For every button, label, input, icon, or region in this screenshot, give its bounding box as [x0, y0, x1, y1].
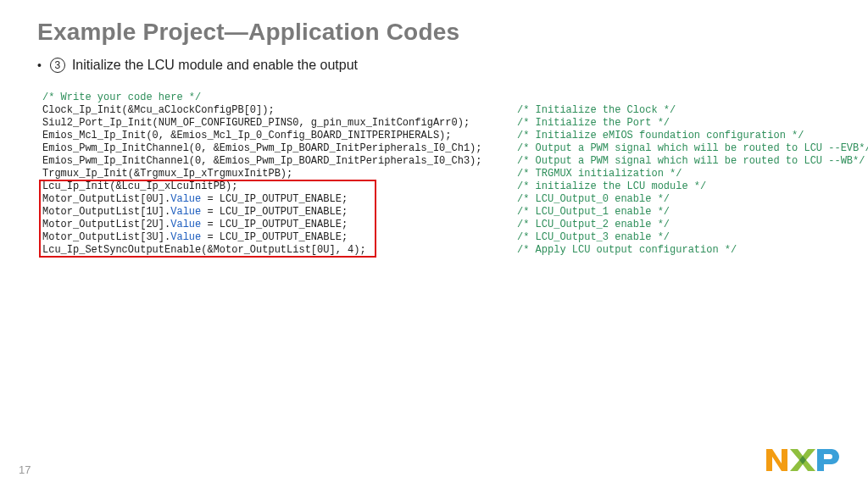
code-line: Motor_OutputList[0U].Value = LCU_IP_OUTP…	[42, 193, 831, 206]
code-text: Emios_Mcl_Ip_Init(0, &Emios_Mcl_Ip_0_Con…	[42, 130, 517, 142]
code-block: /* Write your code here */Clock_Ip_Init(…	[42, 92, 831, 257]
code-line: Lcu_Ip_Init(&Lcu_Ip_xLcuInitPB);/* initi…	[42, 180, 831, 193]
code-text: Lcu_Ip_Init(&Lcu_Ip_xLcuInitPB);	[42, 180, 517, 193]
code-text: Motor_OutputList[3U].Value = LCU_IP_OUTP…	[42, 231, 517, 244]
code-comment: /* Initialize the Clock */	[517, 104, 676, 117]
code-comment: /* LCU_Output_2 enable */	[517, 219, 670, 231]
code-comment: /* TRGMUX initialization */	[517, 168, 682, 180]
bullet-dot-icon: •	[37, 58, 42, 72]
step-text: Initialize the LCU module and enable the…	[72, 58, 358, 73]
code-text: Emios_Pwm_Ip_InitChannel(0, &Emios_Pwm_I…	[42, 142, 517, 155]
step-bullet: • 3 Initialize the LCU module and enable…	[37, 58, 831, 73]
code-line: Emios_Pwm_Ip_InitChannel(0, &Emios_Pwm_I…	[42, 155, 831, 168]
code-text: Motor_OutputList[2U].Value = LCU_IP_OUTP…	[42, 219, 517, 231]
code-line: Motor_OutputList[2U].Value = LCU_IP_OUTP…	[42, 219, 831, 231]
code-line: Clock_Ip_Init(&Mcu_aClockConfigPB[0]);/*…	[42, 104, 831, 117]
code-text: Emios_Pwm_Ip_InitChannel(0, &Emios_Pwm_I…	[42, 155, 517, 168]
code-text: Siul2_Port_Ip_Init(NUM_OF_CONFIGURED_PIN…	[42, 117, 517, 130]
code-comment: /* Initialize the Port */	[517, 117, 670, 130]
code-line: Trgmux_Ip_Init(&Trgmux_Ip_xTrgmuxInitPB)…	[42, 168, 831, 180]
code-line: Motor_OutputList[3U].Value = LCU_IP_OUTP…	[42, 231, 831, 244]
code-comment: /* Output a PWM signal which will be rou…	[517, 142, 868, 155]
code-line: Emios_Mcl_Ip_Init(0, &Emios_Mcl_Ip_0_Con…	[42, 130, 831, 142]
code-line: Emios_Pwm_Ip_InitChannel(0, &Emios_Pwm_I…	[42, 142, 831, 155]
code-line: Motor_OutputList[1U].Value = LCU_IP_OUTP…	[42, 206, 831, 219]
code-text: Lcu_Ip_SetSyncOutputEnable(&Motor_Output…	[42, 244, 517, 257]
code-comment: /* Initialize eMIOS foundation configura…	[517, 130, 804, 142]
step-number-icon: 3	[50, 58, 65, 73]
svg-marker-0	[766, 449, 787, 471]
code-comment: /* LCU_Output_0 enable */	[517, 193, 670, 206]
code-comment: /* initialize the LCU module */	[517, 180, 706, 193]
nxp-logo-icon	[766, 447, 839, 476]
code-line: Lcu_Ip_SetSyncOutputEnable(&Motor_Output…	[42, 244, 831, 257]
code-comment: /* LCU_Output_1 enable */	[517, 206, 670, 219]
code-line: Siul2_Port_Ip_Init(NUM_OF_CONFIGURED_PIN…	[42, 117, 831, 130]
code-text: Clock_Ip_Init(&Mcu_aClockConfigPB[0]);	[42, 104, 517, 117]
code-text: Trgmux_Ip_Init(&Trgmux_Ip_xTrgmuxInitPB)…	[42, 168, 517, 180]
slide: Example Project—Application Codes • 3 In…	[0, 0, 868, 488]
code-comment: /* Output a PWM signal which will be rou…	[517, 155, 865, 168]
code-comment: /* LCU_Output_3 enable */	[517, 231, 670, 244]
code-line: /* Write your code here */	[42, 92, 831, 104]
code-text: Motor_OutputList[0U].Value = LCU_IP_OUTP…	[42, 193, 517, 206]
code-comment: /* Apply LCU output configuration */	[517, 244, 737, 257]
code-text: Motor_OutputList[1U].Value = LCU_IP_OUTP…	[42, 206, 517, 219]
page-number: 17	[19, 463, 31, 476]
page-title: Example Project—Application Codes	[37, 19, 831, 46]
code-comment: /* Write your code here */	[42, 92, 201, 103]
